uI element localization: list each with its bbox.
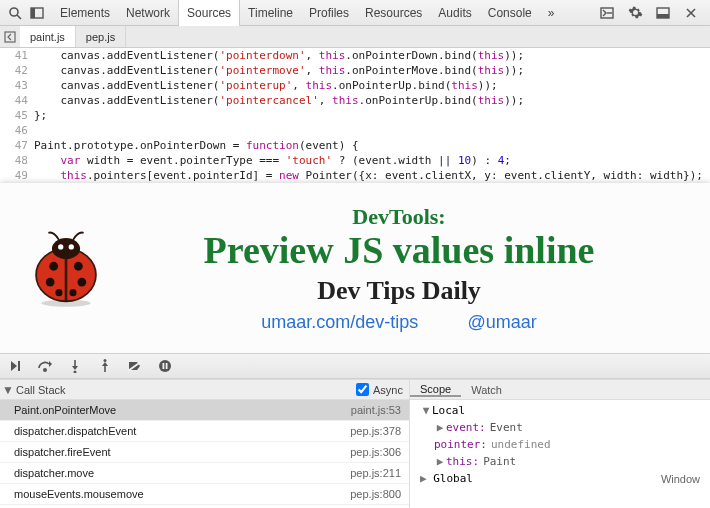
call-stack-frame[interactable]: dispatcher.fireEventpep.js:306 bbox=[0, 442, 409, 463]
tab-sources[interactable]: Sources bbox=[178, 0, 240, 26]
svg-marker-29 bbox=[72, 366, 78, 370]
frame-function: dispatcher.dispatchEvent bbox=[14, 421, 350, 441]
tabs-overflow[interactable]: » bbox=[540, 0, 563, 26]
frame-function: Paint.onPointerMove bbox=[14, 400, 351, 420]
step-out-icon[interactable] bbox=[96, 357, 114, 375]
file-tab-pep[interactable]: pep.js bbox=[76, 26, 126, 47]
scope-variable[interactable]: ▶event:Event bbox=[410, 419, 710, 436]
scope-local-header[interactable]: ▼ Local bbox=[410, 402, 710, 419]
settings-icon[interactable] bbox=[624, 2, 646, 24]
call-stack-frame[interactable]: dispatcher.dispatchEventpep.js:378 bbox=[0, 421, 409, 442]
code-editor[interactable]: 41 canvas.addEventListener('pointerdown'… bbox=[0, 48, 710, 183]
tab-resources[interactable]: Resources bbox=[357, 0, 430, 26]
line-number: 49 bbox=[0, 168, 34, 183]
svg-rect-10 bbox=[5, 32, 15, 42]
banner-handle[interactable]: @umaar bbox=[467, 312, 536, 332]
promo-banner: DevTools: Preview JS values inline Dev T… bbox=[0, 183, 710, 353]
svg-point-17 bbox=[77, 278, 86, 287]
scope-key: pointer: bbox=[434, 438, 487, 451]
svg-rect-25 bbox=[18, 361, 20, 371]
line-number: 45 bbox=[0, 108, 34, 123]
watch-tab[interactable]: Watch bbox=[461, 384, 512, 396]
tab-timeline[interactable]: Timeline bbox=[240, 0, 301, 26]
code-line[interactable]: var width = event.pointerType === 'touch… bbox=[34, 153, 511, 168]
resume-icon[interactable] bbox=[6, 357, 24, 375]
tab-console[interactable]: Console bbox=[480, 0, 540, 26]
step-into-icon[interactable] bbox=[66, 357, 84, 375]
svg-point-20 bbox=[52, 238, 80, 259]
line-number: 47 bbox=[0, 138, 34, 153]
svg-point-33 bbox=[104, 359, 107, 362]
step-over-icon[interactable] bbox=[36, 357, 54, 375]
svg-marker-32 bbox=[102, 362, 108, 366]
banner-subtitle: Dev Tips Daily bbox=[128, 276, 670, 306]
line-number: 46 bbox=[0, 123, 34, 138]
banner-link[interactable]: umaar.com/dev-tips bbox=[261, 312, 418, 332]
tab-elements[interactable]: Elements bbox=[52, 0, 118, 26]
code-line[interactable]: }; bbox=[34, 108, 47, 123]
banner-title-large: Preview JS values inline bbox=[128, 228, 670, 272]
svg-point-22 bbox=[69, 244, 74, 249]
svg-point-23 bbox=[41, 300, 90, 307]
ladybug-icon bbox=[22, 224, 110, 312]
svg-point-35 bbox=[159, 360, 171, 372]
scope-global-header[interactable]: ▶ Global Window bbox=[410, 470, 710, 487]
show-drawer-icon[interactable] bbox=[596, 2, 618, 24]
call-stack-frame[interactable]: dispatcher.movepep.js:211 bbox=[0, 463, 409, 484]
scope-variable[interactable]: pointer:undefined bbox=[410, 436, 710, 453]
tab-audits[interactable]: Audits bbox=[430, 0, 479, 26]
scope-variable[interactable]: ▶this:Paint bbox=[410, 453, 710, 470]
call-stack-pane: ▼ Call Stack Async Paint.onPointerMovepa… bbox=[0, 380, 410, 508]
async-checkbox[interactable] bbox=[356, 383, 369, 396]
scope-local-label: Local bbox=[432, 404, 465, 417]
frame-location: pep.js:211 bbox=[350, 463, 401, 483]
tab-network[interactable]: Network bbox=[118, 0, 178, 26]
async-label: Async bbox=[373, 384, 403, 396]
call-stack-frame[interactable]: mouseEvents.mousemovepep.js:800 bbox=[0, 484, 409, 505]
scope-value: Paint bbox=[483, 455, 516, 468]
scope-global-value: Window bbox=[661, 473, 700, 485]
scope-value: undefined bbox=[491, 438, 551, 451]
chevron-right-icon: ▶ bbox=[420, 472, 427, 485]
chevron-right-icon: ▶ bbox=[434, 421, 446, 434]
file-navigator-icon[interactable] bbox=[0, 26, 20, 47]
scope-global-label: Global bbox=[433, 472, 473, 485]
svg-point-21 bbox=[58, 244, 63, 249]
frame-location: pep.js:800 bbox=[350, 484, 401, 504]
code-line[interactable]: canvas.addEventListener('pointerup', thi… bbox=[34, 78, 498, 93]
frame-function: dispatcher.fireEvent bbox=[14, 442, 350, 462]
scope-key: this: bbox=[446, 455, 479, 468]
svg-point-15 bbox=[74, 262, 83, 271]
code-line[interactable]: this.pointers[event.pointerId] = new Poi… bbox=[34, 168, 703, 183]
pause-on-exceptions-icon[interactable] bbox=[156, 357, 174, 375]
svg-marker-24 bbox=[11, 361, 17, 371]
deactivate-breakpoints-icon[interactable] bbox=[126, 357, 144, 375]
frame-function: dispatcher.move bbox=[14, 463, 350, 483]
dock-icon[interactable] bbox=[26, 2, 48, 24]
svg-rect-36 bbox=[163, 363, 165, 369]
code-line[interactable]: canvas.addEventListener('pointerdown', t… bbox=[34, 48, 524, 63]
line-number: 48 bbox=[0, 153, 34, 168]
tab-profiles[interactable]: Profiles bbox=[301, 0, 357, 26]
scope-tab[interactable]: Scope bbox=[410, 383, 461, 397]
frame-function: mouseEvents.mousemove bbox=[14, 484, 350, 504]
svg-rect-7 bbox=[657, 14, 669, 18]
line-number: 41 bbox=[0, 48, 34, 63]
code-line[interactable]: canvas.addEventListener('pointermove', t… bbox=[34, 63, 524, 78]
file-tab-paint[interactable]: paint.js bbox=[20, 26, 76, 47]
disclosure-triangle-icon[interactable]: ▼ bbox=[0, 383, 16, 397]
code-line[interactable]: canvas.addEventListener('pointercancel',… bbox=[34, 93, 524, 108]
svg-point-19 bbox=[70, 289, 77, 296]
call-stack-frame[interactable]: Paint.onPointerMovepaint.js:53 bbox=[0, 400, 409, 421]
search-icon[interactable] bbox=[4, 2, 26, 24]
svg-marker-26 bbox=[49, 361, 52, 367]
file-tab-bar: paint.js pep.js bbox=[0, 26, 710, 48]
svg-rect-37 bbox=[166, 363, 168, 369]
devtools-main-toolbar: Elements Network Sources Timeline Profil… bbox=[0, 0, 710, 26]
svg-point-27 bbox=[43, 368, 47, 372]
frame-location: pep.js:306 bbox=[350, 442, 401, 462]
panel-tabs: Elements Network Sources Timeline Profil… bbox=[52, 0, 596, 26]
code-line[interactable]: Paint.prototype.onPointerDown = function… bbox=[34, 138, 359, 153]
drawer-toggle-icon[interactable] bbox=[652, 2, 674, 24]
close-icon[interactable] bbox=[680, 2, 702, 24]
